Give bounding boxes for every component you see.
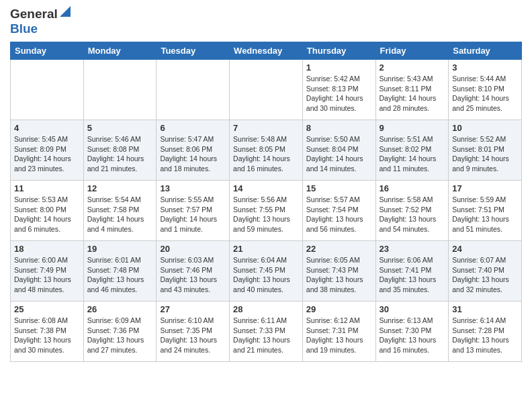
day-number: 2 xyxy=(380,62,445,73)
calendar-cell: 19Sunrise: 6:01 AM Sunset: 7:48 PM Dayli… xyxy=(83,241,157,302)
calendar-cell: 2Sunrise: 5:43 AM Sunset: 8:11 PM Daylig… xyxy=(375,60,449,120)
day-number: 8 xyxy=(306,123,372,133)
calendar-cell: 12Sunrise: 5:54 AM Sunset: 7:58 PM Dayli… xyxy=(83,181,157,241)
calendar-table: SundayMondayTuesdayWednesdayThursdayFrid… xyxy=(10,42,522,362)
day-number: 30 xyxy=(380,304,445,314)
calendar-cell: 11Sunrise: 5:53 AM Sunset: 8:00 PM Dayli… xyxy=(11,181,84,241)
day-number: 9 xyxy=(380,123,445,133)
day-number: 29 xyxy=(306,304,372,314)
day-number: 24 xyxy=(452,244,518,254)
calendar-cell: 28Sunrise: 6:11 AM Sunset: 7:33 PM Dayli… xyxy=(230,302,303,362)
calendar-cell: 17Sunrise: 5:59 AM Sunset: 7:51 PM Dayli… xyxy=(449,181,522,241)
calendar-cell: 15Sunrise: 5:57 AM Sunset: 7:54 PM Dayli… xyxy=(302,181,375,241)
day-number: 12 xyxy=(87,183,153,193)
weekday-header-monday: Monday xyxy=(83,42,157,60)
day-info: Sunrise: 5:48 AM Sunset: 8:05 PM Dayligh… xyxy=(233,134,299,174)
day-info: Sunrise: 6:04 AM Sunset: 7:45 PM Dayligh… xyxy=(233,255,299,295)
day-info: Sunrise: 5:53 AM Sunset: 8:00 PM Dayligh… xyxy=(14,195,80,234)
day-info: Sunrise: 5:58 AM Sunset: 7:52 PM Dayligh… xyxy=(380,195,445,234)
day-number: 19 xyxy=(87,244,153,254)
day-number: 1 xyxy=(306,62,372,73)
logo-triangle-icon xyxy=(60,6,71,19)
weekday-header-tuesday: Tuesday xyxy=(157,42,230,60)
day-info: Sunrise: 5:47 AM Sunset: 8:06 PM Dayligh… xyxy=(160,134,226,174)
weekday-header-saturday: Saturday xyxy=(449,42,522,60)
calendar-cell: 24Sunrise: 6:07 AM Sunset: 7:40 PM Dayli… xyxy=(449,241,522,302)
day-number: 21 xyxy=(233,244,299,254)
calendar-cell: 7Sunrise: 5:48 AM Sunset: 8:05 PM Daylig… xyxy=(230,120,303,181)
calendar-cell: 6Sunrise: 5:47 AM Sunset: 8:06 PM Daylig… xyxy=(157,120,230,181)
day-info: Sunrise: 5:44 AM Sunset: 8:10 PM Dayligh… xyxy=(452,74,518,113)
weekday-header-thursday: Thursday xyxy=(302,42,375,60)
calendar-cell xyxy=(11,60,84,120)
day-number: 5 xyxy=(87,123,153,133)
day-number: 28 xyxy=(233,304,299,314)
calendar-cell: 27Sunrise: 6:10 AM Sunset: 7:35 PM Dayli… xyxy=(157,302,230,362)
day-info: Sunrise: 6:06 AM Sunset: 7:41 PM Dayligh… xyxy=(380,255,445,295)
day-number: 18 xyxy=(14,244,80,254)
day-info: Sunrise: 5:51 AM Sunset: 8:02 PM Dayligh… xyxy=(380,134,445,174)
calendar-week-2: 4Sunrise: 5:45 AM Sunset: 8:09 PM Daylig… xyxy=(11,120,522,181)
day-info: Sunrise: 5:45 AM Sunset: 8:09 PM Dayligh… xyxy=(14,134,80,174)
day-info: Sunrise: 5:43 AM Sunset: 8:11 PM Dayligh… xyxy=(380,74,445,113)
calendar-cell xyxy=(157,60,230,120)
day-number: 17 xyxy=(452,183,518,193)
day-info: Sunrise: 5:52 AM Sunset: 8:01 PM Dayligh… xyxy=(452,134,518,174)
logo: General Blue xyxy=(10,7,71,36)
day-info: Sunrise: 5:55 AM Sunset: 7:57 PM Dayligh… xyxy=(160,195,226,234)
weekday-header-friday: Friday xyxy=(375,42,449,60)
day-number: 10 xyxy=(452,123,518,133)
day-number: 27 xyxy=(160,304,226,314)
day-info: Sunrise: 6:07 AM Sunset: 7:40 PM Dayligh… xyxy=(452,255,518,295)
weekday-header-wednesday: Wednesday xyxy=(230,42,303,60)
day-number: 16 xyxy=(380,183,445,193)
day-number: 3 xyxy=(452,62,518,73)
weekday-header-sunday: Sunday xyxy=(11,42,84,60)
logo-blue-text: Blue xyxy=(10,21,38,36)
calendar-week-4: 18Sunrise: 6:00 AM Sunset: 7:49 PM Dayli… xyxy=(11,241,522,302)
day-number: 7 xyxy=(233,123,299,133)
day-number: 15 xyxy=(306,183,372,193)
calendar-cell: 9Sunrise: 5:51 AM Sunset: 8:02 PM Daylig… xyxy=(375,120,449,181)
calendar-header-row: SundayMondayTuesdayWednesdayThursdayFrid… xyxy=(11,42,522,60)
day-info: Sunrise: 6:14 AM Sunset: 7:28 PM Dayligh… xyxy=(452,316,518,355)
day-number: 6 xyxy=(160,123,226,133)
calendar-cell: 20Sunrise: 6:03 AM Sunset: 7:46 PM Dayli… xyxy=(157,241,230,302)
day-number: 13 xyxy=(160,183,226,193)
day-info: Sunrise: 5:59 AM Sunset: 7:51 PM Dayligh… xyxy=(452,195,518,234)
day-info: Sunrise: 6:03 AM Sunset: 7:46 PM Dayligh… xyxy=(160,255,226,295)
day-number: 14 xyxy=(233,183,299,193)
calendar-cell: 13Sunrise: 5:55 AM Sunset: 7:57 PM Dayli… xyxy=(157,181,230,241)
calendar-cell xyxy=(230,60,303,120)
logo-general-text: General xyxy=(10,7,58,21)
day-info: Sunrise: 5:57 AM Sunset: 7:54 PM Dayligh… xyxy=(306,195,372,234)
calendar-cell: 5Sunrise: 5:46 AM Sunset: 8:08 PM Daylig… xyxy=(83,120,157,181)
day-number: 23 xyxy=(380,244,445,254)
svg-marker-0 xyxy=(60,6,71,17)
calendar-cell: 1Sunrise: 5:42 AM Sunset: 8:13 PM Daylig… xyxy=(302,60,375,120)
day-number: 20 xyxy=(160,244,226,254)
calendar-cell: 26Sunrise: 6:09 AM Sunset: 7:36 PM Dayli… xyxy=(83,302,157,362)
calendar-cell: 23Sunrise: 6:06 AM Sunset: 7:41 PM Dayli… xyxy=(375,241,449,302)
calendar-cell: 30Sunrise: 6:13 AM Sunset: 7:30 PM Dayli… xyxy=(375,302,449,362)
calendar-cell: 16Sunrise: 5:58 AM Sunset: 7:52 PM Dayli… xyxy=(375,181,449,241)
calendar-week-1: 1Sunrise: 5:42 AM Sunset: 8:13 PM Daylig… xyxy=(11,60,522,120)
day-number: 4 xyxy=(14,123,80,133)
day-info: Sunrise: 6:08 AM Sunset: 7:38 PM Dayligh… xyxy=(14,316,80,355)
calendar-cell: 14Sunrise: 5:56 AM Sunset: 7:55 PM Dayli… xyxy=(230,181,303,241)
day-info: Sunrise: 6:11 AM Sunset: 7:33 PM Dayligh… xyxy=(233,316,299,355)
day-number: 26 xyxy=(87,304,153,314)
calendar-week-5: 25Sunrise: 6:08 AM Sunset: 7:38 PM Dayli… xyxy=(11,302,522,362)
calendar-cell: 3Sunrise: 5:44 AM Sunset: 8:10 PM Daylig… xyxy=(449,60,522,120)
calendar-cell xyxy=(83,60,157,120)
calendar-cell: 25Sunrise: 6:08 AM Sunset: 7:38 PM Dayli… xyxy=(11,302,84,362)
day-info: Sunrise: 6:12 AM Sunset: 7:31 PM Dayligh… xyxy=(306,316,372,355)
day-info: Sunrise: 5:42 AM Sunset: 8:13 PM Dayligh… xyxy=(306,74,372,113)
calendar-cell: 18Sunrise: 6:00 AM Sunset: 7:49 PM Dayli… xyxy=(11,241,84,302)
day-info: Sunrise: 6:01 AM Sunset: 7:48 PM Dayligh… xyxy=(87,255,153,295)
calendar-cell: 10Sunrise: 5:52 AM Sunset: 8:01 PM Dayli… xyxy=(449,120,522,181)
calendar-cell: 31Sunrise: 6:14 AM Sunset: 7:28 PM Dayli… xyxy=(449,302,522,362)
day-info: Sunrise: 5:54 AM Sunset: 7:58 PM Dayligh… xyxy=(87,195,153,234)
header: General Blue xyxy=(10,7,522,36)
day-number: 22 xyxy=(306,244,372,254)
